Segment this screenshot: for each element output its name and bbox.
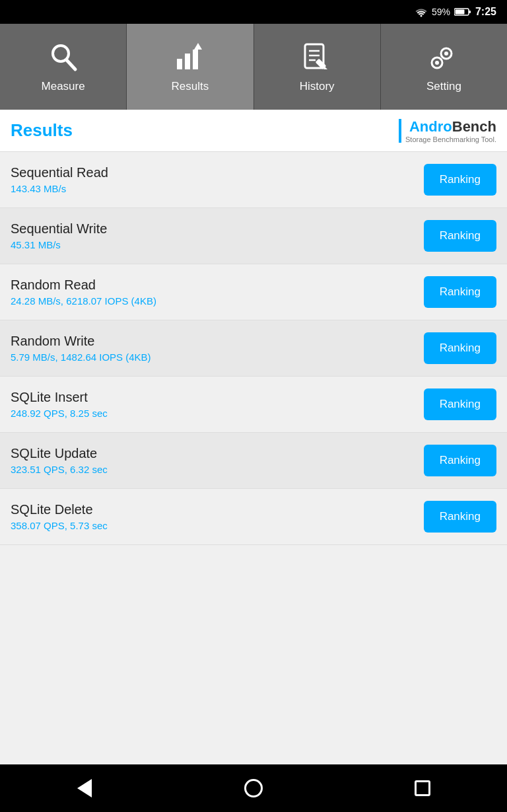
ranking-button[interactable]: Ranking xyxy=(424,332,496,364)
tab-history-label: History xyxy=(300,80,335,93)
brand-bar xyxy=(399,119,401,143)
back-icon xyxy=(77,779,92,797)
svg-rect-5 xyxy=(177,59,182,69)
result-name: SQLite Delete xyxy=(11,502,108,517)
wifi-icon xyxy=(415,7,428,17)
ranking-button[interactable]: Ranking xyxy=(424,388,496,420)
result-info: Random Write 5.79 MB/s, 1482.64 IOPS (4K… xyxy=(11,334,151,363)
table-row: SQLite Insert 248.92 QPS, 8.25 sec Ranki… xyxy=(0,377,507,433)
result-info: SQLite Insert 248.92 QPS, 8.25 sec xyxy=(11,390,108,419)
result-info: Sequential Read 143.43 MB/s xyxy=(11,165,108,194)
time-display: 7:25 xyxy=(475,6,496,18)
brand-name: AndroBench xyxy=(409,118,496,135)
svg-line-4 xyxy=(67,60,75,69)
result-name: Random Read xyxy=(11,277,156,293)
result-info: Sequential Write 45.31 MB/s xyxy=(11,221,107,250)
table-row: Random Read 24.28 MB/s, 6218.07 IOPS (4K… xyxy=(0,264,507,320)
result-info: SQLite Update 323.51 QPS, 6.32 sec xyxy=(11,446,108,475)
back-button[interactable] xyxy=(71,775,98,801)
home-icon xyxy=(244,779,263,797)
battery-icon xyxy=(454,7,471,17)
tab-measure[interactable]: Measure xyxy=(0,24,127,110)
result-value: 45.31 MB/s xyxy=(11,239,107,250)
svg-rect-1 xyxy=(469,11,471,13)
result-value: 143.43 MB/s xyxy=(11,183,108,194)
bottom-nav xyxy=(0,764,507,812)
svg-point-16 xyxy=(444,52,448,55)
table-row: Sequential Write 45.31 MB/s Ranking xyxy=(0,208,507,264)
table-row: SQLite Delete 358.07 QPS, 5.73 sec Ranki… xyxy=(0,489,507,545)
result-value: 248.92 QPS, 8.25 sec xyxy=(11,408,108,419)
recent-button[interactable] xyxy=(409,775,436,801)
status-icons: 59% 7:25 xyxy=(415,6,496,18)
table-row: Random Write 5.79 MB/s, 1482.64 IOPS (4K… xyxy=(0,320,507,377)
home-button[interactable] xyxy=(240,775,267,801)
ranking-button[interactable]: Ranking xyxy=(424,276,496,308)
ranking-button[interactable]: Ranking xyxy=(424,501,496,533)
svg-rect-2 xyxy=(455,10,464,15)
result-info: Random Read 24.28 MB/s, 6218.07 IOPS (4K… xyxy=(11,277,156,307)
result-name: SQLite Update xyxy=(11,446,108,461)
battery-percentage: 59% xyxy=(432,7,450,17)
recent-icon xyxy=(415,780,430,796)
result-value: 24.28 MB/s, 6218.07 IOPS (4KB) xyxy=(11,295,156,307)
result-value: 323.51 QPS, 6.32 sec xyxy=(11,464,108,475)
status-bar: 59% 7:25 xyxy=(0,0,507,24)
result-value: 5.79 MB/s, 1482.64 IOPS (4KB) xyxy=(11,351,151,363)
history-icon xyxy=(300,40,334,75)
svg-rect-7 xyxy=(193,50,198,69)
ranking-button[interactable]: Ranking xyxy=(424,445,496,476)
brand-container: AndroBench Storage Benchmarking Tool. xyxy=(399,118,496,143)
result-value: 358.07 QPS, 5.73 sec xyxy=(11,520,108,531)
tab-results[interactable]: Results xyxy=(127,24,254,110)
tab-setting[interactable]: Setting xyxy=(381,24,507,110)
brand-logo: AndroBench Storage Benchmarking Tool. xyxy=(405,118,496,143)
svg-rect-6 xyxy=(185,54,190,69)
page-title: Results xyxy=(11,120,73,141)
tab-setting-label: Setting xyxy=(426,80,461,93)
tab-results-label: Results xyxy=(172,80,209,93)
result-name: Sequential Read xyxy=(11,165,108,180)
ranking-button[interactable]: Ranking xyxy=(424,220,496,252)
results-icon xyxy=(173,40,207,75)
result-info: SQLite Delete 358.07 QPS, 5.73 sec xyxy=(11,502,108,531)
results-list: Sequential Read 143.43 MB/s Ranking Sequ… xyxy=(0,152,507,764)
table-row: SQLite Update 323.51 QPS, 6.32 sec Ranki… xyxy=(0,433,507,489)
result-name: Sequential Write xyxy=(11,221,107,237)
result-name: SQLite Insert xyxy=(11,390,108,405)
table-row: Sequential Read 143.43 MB/s Ranking xyxy=(0,152,507,208)
result-name: Random Write xyxy=(11,334,151,349)
ranking-button[interactable]: Ranking xyxy=(424,164,496,196)
brand-tagline: Storage Benchmarking Tool. xyxy=(405,135,496,143)
page-header: Results AndroBench Storage Benchmarking … xyxy=(0,110,507,152)
svg-marker-8 xyxy=(194,43,202,50)
tab-measure-label: Measure xyxy=(42,80,85,93)
tab-history[interactable]: History xyxy=(254,24,381,110)
nav-tabs: Measure Results xyxy=(0,24,507,110)
svg-point-18 xyxy=(435,61,439,65)
measure-icon xyxy=(46,40,81,75)
setting-icon xyxy=(426,40,461,75)
